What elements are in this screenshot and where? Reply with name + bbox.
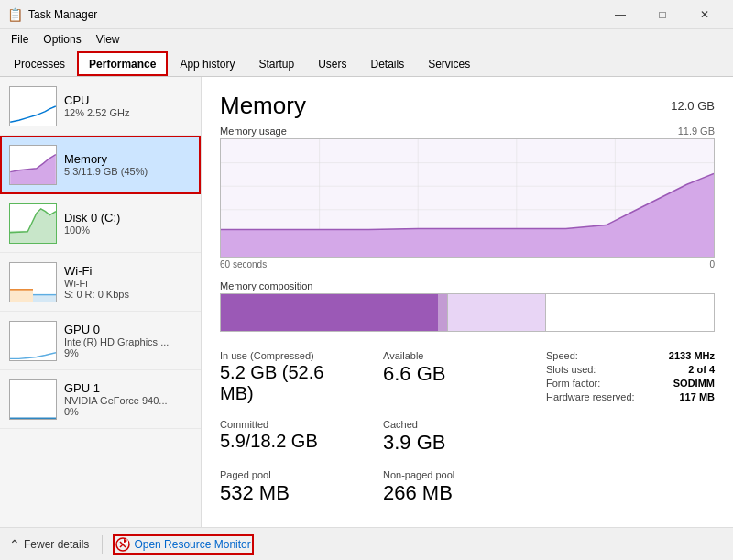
memory-chart [220, 138, 715, 258]
slots-value: 2 of 4 [688, 364, 715, 375]
cpu-thumbnail [9, 86, 57, 126]
open-resource-monitor-label: Open Resource Monitor [134, 538, 250, 551]
disk0-info: Disk 0 (C:) 100% [64, 211, 191, 236]
tab-services[interactable]: Services [416, 51, 482, 76]
title-bar: 📋 Task Manager — □ ✕ [0, 0, 733, 29]
composition-label: Memory composition [220, 280, 715, 291]
paged-value: 532 MB [220, 481, 350, 505]
tab-users[interactable]: Users [306, 51, 358, 76]
comp-free [546, 294, 714, 331]
sidebar: CPU 12% 2.52 GHz Memory 5.3/11.9 GB (45%… [0, 77, 202, 527]
chart-label: Memory usage 11.9 GB [220, 126, 715, 137]
gpu0-thumbnail [9, 321, 57, 361]
wifi-detail1: Wi-Fi [64, 278, 191, 289]
divider [102, 535, 103, 554]
composition-section: Memory composition [220, 280, 715, 332]
sidebar-item-cpu[interactable]: CPU 12% 2.52 GHz [0, 77, 201, 136]
disk0-thumbnail [9, 203, 57, 244]
disk0-name: Disk 0 (C:) [64, 211, 191, 225]
svg-rect-11 [10, 380, 56, 419]
gpu0-detail: Intel(R) HD Graphics ... [64, 336, 191, 347]
menu-file[interactable]: File [4, 31, 36, 48]
wifi-info: Wi-Fi Wi-Fi S: 0 R: 0 Kbps [64, 264, 191, 300]
svg-rect-0 [10, 87, 56, 126]
stat-cached: Cached 3.9 GB [383, 415, 531, 458]
available-value: 6.6 GB [383, 362, 513, 386]
gpu0-name: GPU 0 [64, 323, 191, 336]
close-button[interactable]: ✕ [684, 0, 726, 29]
sidebar-item-wifi[interactable]: Wi-Fi Wi-Fi S: 0 R: 0 Kbps [0, 253, 201, 312]
sidebar-item-gpu1[interactable]: GPU 1 NVIDIA GeForce 940... 0% [0, 370, 201, 429]
chart-title: Memory usage [220, 126, 287, 137]
composition-bar [220, 293, 715, 332]
content-title: Memory [220, 92, 306, 120]
sidebar-item-gpu0[interactable]: GPU 0 Intel(R) HD Graphics ... 9% [0, 312, 201, 370]
menu-bar: File Options View [0, 29, 733, 49]
comp-standby [447, 294, 546, 331]
cached-value: 3.9 GB [383, 431, 513, 455]
window-title: Task Manager [28, 8, 599, 21]
disk0-detail: 100% [64, 225, 191, 236]
tab-app-history[interactable]: App history [168, 51, 246, 76]
speed-value: 2133 MHz [669, 350, 715, 361]
wifi-thumbnail [9, 262, 57, 302]
available-label: Available [383, 350, 513, 361]
committed-label: Committed [220, 419, 350, 430]
memory-detail: 5.3/11.9 GB (45%) [64, 166, 191, 177]
sidebar-item-disk0[interactable]: Disk 0 (C:) 100% [0, 194, 201, 253]
wifi-name: Wi-Fi [64, 264, 191, 278]
tab-bar: Processes Performance App history Startu… [0, 49, 733, 77]
wifi-detail2: S: 0 R: 0 Kbps [64, 289, 191, 300]
stats-row3: Paged pool 532 MB Non-paged pool 266 MB [220, 466, 531, 509]
gpu1-thumbnail [9, 379, 57, 420]
chevron-up-icon: ⌃ [9, 537, 20, 552]
main-layout: CPU 12% 2.52 GHz Memory 5.3/11.9 GB (45%… [0, 77, 733, 527]
non-paged-label: Non-paged pool [383, 469, 513, 480]
content-area: Memory 12.0 GB Memory usage 11.9 GB [202, 77, 733, 527]
cpu-info: CPU 12% 2.52 GHz [64, 93, 191, 118]
svg-rect-7 [33, 294, 56, 302]
gpu1-info: GPU 1 NVIDIA GeForce 940... 0% [64, 381, 191, 417]
tab-startup[interactable]: Startup [246, 51, 306, 76]
stat-committed: Committed 5.9/18.2 GB [220, 415, 368, 458]
stats-row1: In use (Compressed) 5.2 GB (52.6 MB) Ava… [220, 346, 531, 408]
speed-row: Speed: 2133 MHz [546, 350, 715, 361]
paged-label: Paged pool [220, 469, 350, 480]
open-resource-monitor-link[interactable]: Open Resource Monitor [115, 537, 250, 552]
left-stats: In use (Compressed) 5.2 GB (52.6 MB) Ava… [220, 346, 531, 509]
maximize-button[interactable]: □ [641, 0, 684, 29]
in-use-value: 5.2 GB (52.6 MB) [220, 362, 350, 404]
menu-options[interactable]: Options [36, 31, 88, 48]
tab-processes[interactable]: Processes [2, 51, 77, 76]
gpu1-percent: 0% [64, 406, 191, 417]
hw-reserved-row: Hardware reserved: 117 MB [546, 391, 715, 402]
time-end: 0 [709, 259, 715, 269]
cached-label: Cached [383, 419, 513, 430]
stat-non-paged: Non-paged pool 266 MB [383, 466, 531, 509]
tab-details[interactable]: Details [358, 51, 416, 76]
stat-paged: Paged pool 532 MB [220, 466, 368, 509]
window-controls: — □ ✕ [599, 0, 726, 29]
tab-performance[interactable]: Performance [77, 51, 168, 76]
gpu1-detail: NVIDIA GeForce 940... [64, 395, 191, 406]
fewer-details-button[interactable]: ⌃ Fewer details [9, 537, 89, 552]
gpu0-info: GPU 0 Intel(R) HD Graphics ... 9% [64, 323, 191, 358]
app-icon: 📋 [7, 7, 23, 22]
right-stats: Speed: 2133 MHz Slots used: 2 of 4 Form … [531, 346, 715, 509]
committed-value: 5.9/18.2 GB [220, 431, 350, 452]
in-use-label: In use (Compressed) [220, 350, 350, 361]
resource-monitor-icon [115, 537, 130, 552]
minimize-button[interactable]: — [599, 0, 641, 29]
form-value: SODIMM [673, 378, 715, 389]
comp-in-use [221, 294, 438, 331]
gpu0-percent: 9% [64, 347, 191, 358]
menu-view[interactable]: View [89, 31, 127, 48]
fewer-details-label: Fewer details [24, 538, 89, 551]
chart-max: 11.9 GB [678, 126, 715, 137]
memory-thumbnail [9, 145, 57, 185]
cpu-detail: 12% 2.52 GHz [64, 107, 191, 118]
stat-available: Available 6.6 GB [383, 346, 531, 408]
sidebar-item-memory[interactable]: Memory 5.3/11.9 GB (45%) [0, 136, 201, 194]
stat-in-use: In use (Compressed) 5.2 GB (52.6 MB) [220, 346, 368, 408]
cpu-name: CPU [64, 93, 191, 107]
